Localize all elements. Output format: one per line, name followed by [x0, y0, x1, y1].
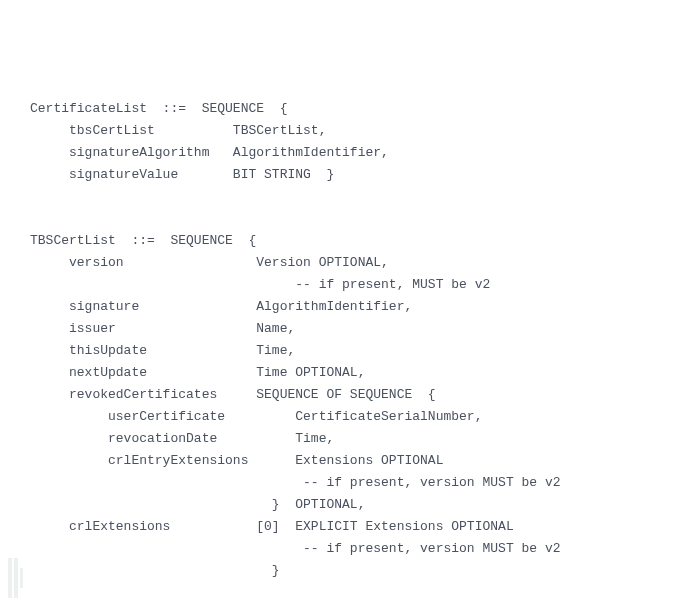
asn1-code-block: CertificateList ::= SEQUENCE { tbsCertLi… — [30, 98, 680, 612]
watermark-logo — [8, 558, 22, 598]
